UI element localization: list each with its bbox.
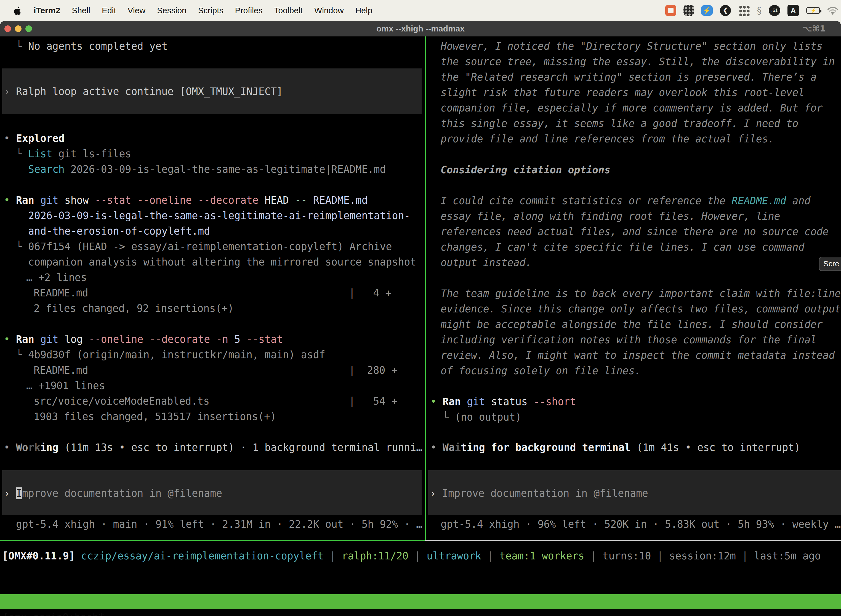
- menu-items: iTerm2ShellEditViewSessionScriptsProfile…: [34, 6, 372, 15]
- screen-tooltip: Scre: [819, 257, 841, 271]
- shield-grid-icon[interactable]: [683, 5, 694, 16]
- terminal-line: └ 4b9d30f (origin/main, instructkr/main,…: [16, 347, 325, 363]
- terminal-line: 1903 files changed, 513517 insertions(+): [34, 409, 276, 424]
- terminal-line: slight risk that future readers may over…: [441, 85, 804, 100]
- terminal-line: the "Related research writing" section i…: [441, 70, 816, 85]
- terminal-line: • Ran git log --oneline --decorate -n 5 …: [4, 332, 283, 347]
- terminal-line: • Ran git show --stat --oneline --decora…: [4, 193, 368, 208]
- dots-grid-icon[interactable]: [738, 5, 750, 16]
- left-model-status: gpt-5.4 xhigh · main · 91% left · 2.31M …: [16, 517, 422, 532]
- terminal-line: of focusing solely on file lines.: [441, 363, 641, 378]
- terminal-line: references need actual files, and since …: [441, 224, 829, 239]
- terminal-line: this single essay, it seems like a good …: [441, 116, 799, 131]
- terminal-window: omx --xhigh --madmax ⌥⌘1 └ No agents com…: [0, 21, 841, 616]
- menu-item-help[interactable]: Help: [355, 6, 372, 15]
- screen-tooltip-label: Scre: [823, 260, 840, 268]
- screenshot-app-icon[interactable]: [665, 5, 676, 16]
- thinking-heading: Considering citation options: [441, 162, 610, 178]
- keyboard-layout-label: A: [791, 6, 796, 15]
- terminal-line: … +1901 lines: [26, 378, 105, 393]
- terminal-line: README.md | 280 +: [34, 363, 398, 378]
- terminal-line: essay file, along with finding root file…: [441, 209, 780, 224]
- terminal-line: └ No agents completed yet: [16, 39, 167, 54]
- terminal-line: README.md | 4 +: [34, 285, 391, 301]
- tmux-session-window[interactable]: [omx-cczip0:bash*: [3, 609, 104, 616]
- terminal-line: I could cite commit statistics or refere…: [441, 193, 810, 209]
- terminal-line: • Explored: [4, 131, 64, 146]
- terminal-line: might be acceptable alongside the file l…: [441, 317, 822, 332]
- terminal-line: Search 2026-03-09-is-legal-the-same-as-l…: [28, 162, 386, 177]
- menu-item-iterm2[interactable]: iTerm2: [34, 6, 60, 15]
- terminal-line: • Ran git status --short: [431, 394, 576, 409]
- menu-item-window[interactable]: Window: [314, 6, 344, 15]
- inject-banner-line: › Ralph loop active continue [OMX_TMUX_I…: [4, 84, 283, 99]
- right-model-status: gpt-5.4 xhigh · 96% left · 520K in · 5.8…: [441, 517, 841, 532]
- left-pane-bottom-border: [0, 540, 425, 541]
- tmux-status-bar: [omx-cczip0:bash* "MacBook-Pro-44.local"…: [0, 594, 841, 609]
- menu-item-scripts[interactable]: Scripts: [198, 6, 224, 15]
- terminal-line: └ List git ls-files: [16, 146, 131, 162]
- terminal-line: and-the-erosion-of-copyleft.md: [28, 224, 210, 239]
- terminal-content: └ No agents completed yet› Ralph loop ac…: [0, 37, 841, 616]
- apple-menu-icon[interactable]: [14, 6, 22, 15]
- omx-status-line: [OMX#0.11.9] cczip/essay/ai-reimplementa…: [2, 549, 821, 564]
- window-shortcut-badge: ⌥⌘1: [803, 21, 826, 37]
- right-prompt-line: › Improve documentation in @filename: [430, 486, 648, 501]
- terminal-line: evidence. Since this change only affects…: [441, 301, 841, 317]
- right-pane-bottom-border: [425, 540, 841, 541]
- terminal-line: changes, I can't cite specific file line…: [441, 239, 804, 255]
- terminal-line: However, I noticed the "Directory Struct…: [441, 39, 822, 54]
- terminal-line: companion analysis without altering the …: [28, 254, 416, 270]
- terminal-line: companion file, especially if more comme…: [441, 100, 822, 116]
- window-title: omx --xhigh --madmax: [0, 21, 841, 37]
- keyboard-layout-icon[interactable]: A: [787, 5, 799, 16]
- terminal-line: 2026-03-09-is-legal-the-same-as-legitima…: [28, 208, 410, 224]
- menu-item-toolbelt[interactable]: Toolbelt: [274, 6, 303, 15]
- terminal-line: output instead.: [441, 255, 532, 270]
- crescent-circle-icon[interactable]: ❮: [720, 5, 731, 16]
- stats-bolt-icon[interactable]: ⚡: [701, 5, 713, 16]
- left-prompt-line: › Improve documentation in @filename: [4, 486, 222, 501]
- squiggle-icon[interactable]: §: [757, 5, 762, 16]
- terminal-line: 2 files changed, 92 insertions(+): [34, 301, 234, 316]
- menu-item-view[interactable]: View: [128, 6, 145, 15]
- terminal-line: src/voice/voiceModeEnabled.ts | 54 +: [34, 393, 398, 409]
- menu-bar: iTerm2ShellEditViewSessionScriptsProfile…: [0, 0, 841, 21]
- battery-circle-label: .61: [771, 8, 778, 13]
- terminal-line: └ 067f154 (HEAD -> essay/ai-reimplementa…: [16, 239, 392, 254]
- terminal-line: review. Also, I might want to inspect th…: [441, 348, 835, 363]
- menu-item-shell[interactable]: Shell: [72, 6, 90, 15]
- battery-circle-icon[interactable]: .61: [769, 5, 780, 16]
- terminal-line: The team guideline is to back every impo…: [441, 286, 841, 301]
- terminal-line: provide file and line references from th…: [441, 131, 774, 147]
- terminal-line: … +2 lines: [26, 270, 87, 285]
- menu-status-icons: ⚡ ❮ § .61 A ⚡: [665, 0, 838, 21]
- menu-item-profiles[interactable]: Profiles: [235, 6, 262, 15]
- battery-icon[interactable]: ⚡: [806, 7, 820, 14]
- terminal-line: └ (no output): [442, 409, 522, 425]
- pane-divider[interactable]: [425, 37, 426, 541]
- menu-item-edit[interactable]: Edit: [102, 6, 116, 15]
- terminal-line: including verification notes with those …: [441, 332, 816, 348]
- menu-item-session[interactable]: Session: [157, 6, 186, 15]
- working-status-line: • Working (11m 13s • esc to interrupt) ·…: [4, 440, 422, 455]
- wifi-icon[interactable]: [827, 6, 838, 15]
- title-bar: omx --xhigh --madmax ⌥⌘1: [0, 21, 841, 37]
- terminal-line: the source tree, missing the essay. Stil…: [441, 54, 835, 70]
- waiting-status-line: • Waiting for background terminal (1m 41…: [431, 440, 800, 455]
